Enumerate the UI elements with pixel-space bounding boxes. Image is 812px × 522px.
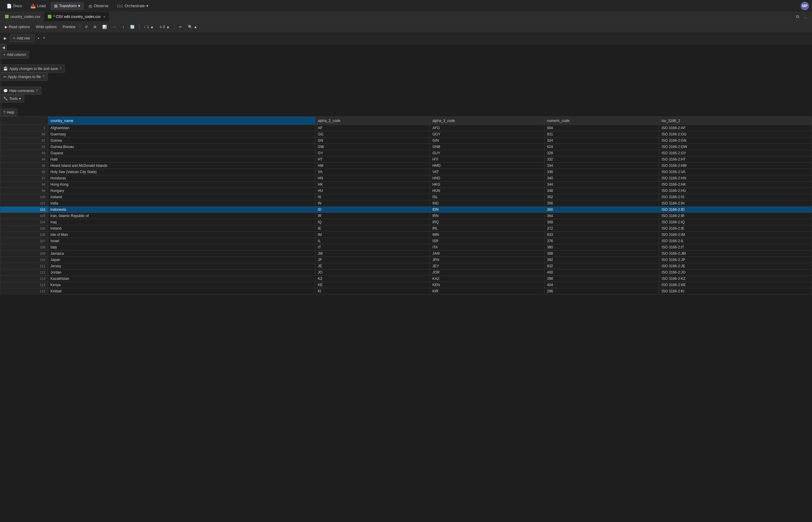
cell-country_name[interactable]: Israel (48, 238, 315, 244)
cell-alpha_3_code[interactable]: HND (430, 175, 544, 181)
cell-alpha_3_code[interactable]: KEN (430, 282, 544, 288)
table-row[interactable]: 90GuernseyGGGGY831ISO 3166-2:GG (0, 131, 812, 138)
table-row[interactable]: 96Holy See (Vatican City State)VAVAT336I… (0, 169, 812, 175)
table-row[interactable]: 108ItalyITITA380ISO 3166-2:IT (0, 244, 812, 250)
load-nav-btn[interactable]: 📥 Load (27, 2, 50, 10)
cell-numeric_code[interactable]: 344 (544, 181, 659, 188)
cell-alpha_3_code[interactable]: JOR (430, 269, 544, 276)
tab-csv-edit[interactable]: 🟩 * CSV edit country_codes.csv × (44, 12, 109, 21)
filter1-btn[interactable]: ⫶ 1 ▲ (141, 24, 156, 30)
cell-numeric_code[interactable]: 831 (544, 131, 659, 138)
chart-btn[interactable]: 📊 (100, 24, 109, 30)
cell-numeric_code[interactable]: 388 (544, 250, 659, 257)
cell-country_name[interactable]: Afghanistan (48, 125, 315, 131)
cell-iso_3166_2[interactable]: ISO 3166-2:AF (659, 125, 812, 131)
cell-alpha_3_code[interactable]: IMN (430, 232, 544, 238)
table-row[interactable]: 93GuyanaGYGUY328ISO 3166-2:GY (0, 150, 812, 156)
cell-numeric_code[interactable]: 833 (544, 232, 659, 238)
cell-alpha_3_code[interactable]: HTI (430, 156, 544, 163)
cell-numeric_code[interactable]: 332 (544, 156, 659, 163)
cell-alpha_2_code[interactable]: JP (315, 257, 430, 263)
transpose-btn[interactable]: ↔ (110, 24, 119, 30)
cell-alpha_3_code[interactable]: HKG (430, 181, 544, 188)
cell-alpha_3_code[interactable]: ISL (430, 194, 544, 200)
cell-country_name[interactable]: India (48, 200, 315, 206)
cell-alpha_3_code[interactable]: ISR (430, 238, 544, 244)
cell-alpha_3_code[interactable]: AFG (430, 125, 544, 131)
table-container[interactable]: country_name alpha_2_code alpha_3_code n… (0, 116, 812, 522)
cell-alpha_2_code[interactable]: IL (315, 238, 430, 244)
cell-numeric_code[interactable]: 368 (544, 219, 659, 225)
more-tabs-btn[interactable]: … (802, 14, 809, 20)
table-row[interactable]: 114KenyaKEKEN404ISO 3166-2:KE (0, 282, 812, 288)
cell-iso_3166_2[interactable]: ISO 3166-2:IR (659, 213, 812, 219)
table-row[interactable]: 110JapanJPJPN392ISO 3166-2:JP (0, 257, 812, 263)
cell-alpha_2_code[interactable]: GW (315, 144, 430, 150)
side-expand-btn[interactable]: ▶ (2, 35, 8, 41)
write-options-btn[interactable]: Write options (34, 24, 59, 30)
cell-iso_3166_2[interactable]: ISO 3166-2:GG (659, 131, 812, 138)
cell-numeric_code[interactable]: 624 (544, 144, 659, 150)
cell-alpha_2_code[interactable]: JM (315, 250, 430, 257)
col-header-alpha3[interactable]: alpha_3_code (430, 117, 544, 125)
cell-numeric_code[interactable]: 296 (544, 288, 659, 295)
cell-country_name[interactable]: Iran, Islamic Republic of (48, 213, 315, 219)
cell-alpha_2_code[interactable]: IQ (315, 219, 430, 225)
cell-alpha_2_code[interactable]: GY (315, 150, 430, 156)
cell-alpha_3_code[interactable]: GGY (430, 131, 544, 138)
cell-alpha_2_code[interactable]: IS (315, 194, 430, 200)
cell-alpha_2_code[interactable]: ID (315, 206, 430, 213)
hide-comments-btn[interactable]: 💬 Hide comments ? (0, 87, 41, 95)
cell-numeric_code[interactable]: 004 (544, 125, 659, 131)
table-row[interactable]: 101IndiaININD356ISO 3166-2:IN (0, 200, 812, 206)
cell-alpha_3_code[interactable]: KIR (430, 288, 544, 295)
add-row-btn[interactable]: + Add row (10, 34, 35, 42)
cell-numeric_code[interactable]: 324 (544, 138, 659, 144)
cell-iso_3166_2[interactable]: ISO 3166-2:JO (659, 269, 812, 276)
table-row[interactable]: 97HondurasHNHND340ISO 3166-2:HN (0, 175, 812, 181)
cell-iso_3166_2[interactable]: ISO 3166-2:JP (659, 257, 812, 263)
cell-alpha_3_code[interactable]: JEY (430, 263, 544, 269)
cut-btn[interactable]: ✂ (176, 24, 184, 30)
table-row[interactable]: 111JerseyJEJEY832ISO 3166-2:JE (0, 263, 812, 269)
observe-nav-btn[interactable]: ◎ Observe (85, 2, 112, 10)
table-row[interactable]: 107IsraelILISR376ISO 3166-2:IL (0, 238, 812, 244)
cell-country_name[interactable]: Kenya (48, 282, 315, 288)
table-row[interactable]: 113KazakhstanKZKAZ398ISO 3166-2:KZ (0, 276, 812, 282)
cell-alpha_3_code[interactable]: IDN (430, 206, 544, 213)
cell-iso_3166_2[interactable]: ISO 3166-2:IL (659, 238, 812, 244)
table-row[interactable]: 115KiribatiKIKIR296ISO 3166-2:KI (0, 288, 812, 295)
cell-numeric_code[interactable]: 348 (544, 188, 659, 194)
cell-alpha_2_code[interactable]: JE (315, 263, 430, 269)
cell-country_name[interactable]: Honduras (48, 175, 315, 181)
filter2-btn[interactable]: ≡ 0 ▲ (157, 24, 172, 30)
cell-iso_3166_2[interactable]: ISO 3166-2:HK (659, 181, 812, 188)
expand-col-btn[interactable]: ◀ (0, 44, 7, 51)
cell-alpha_3_code[interactable]: HMD (430, 163, 544, 169)
cell-country_name[interactable]: Hong Kong (48, 181, 315, 188)
cell-iso_3166_2[interactable]: ISO 3166-2:IM (659, 232, 812, 238)
cell-alpha_3_code[interactable]: VAT (430, 169, 544, 175)
cell-alpha_3_code[interactable]: IND (430, 200, 544, 206)
cell-numeric_code[interactable]: 398 (544, 276, 659, 282)
apply-save-help-icon[interactable]: ? (60, 66, 62, 71)
cell-alpha_2_code[interactable]: VA (315, 169, 430, 175)
cell-alpha_2_code[interactable]: GN (315, 138, 430, 144)
cell-iso_3166_2[interactable]: ISO 3166-2:KZ (659, 276, 812, 282)
cell-numeric_code[interactable]: 334 (544, 163, 659, 169)
cell-country_name[interactable]: Japan (48, 257, 315, 263)
cell-alpha_3_code[interactable]: GNB (430, 144, 544, 150)
table-row[interactable]: 112JordanJOJOR400ISO 3166-2:JO (0, 269, 812, 276)
tab2-close-btn[interactable]: × (103, 15, 105, 19)
cell-numeric_code[interactable]: 400 (544, 269, 659, 276)
table-row[interactable]: 100IcelandISISL352ISO 3166-2:IS (0, 194, 812, 200)
cell-alpha_3_code[interactable]: IRL (430, 225, 544, 232)
cell-numeric_code[interactable]: 336 (544, 169, 659, 175)
cell-iso_3166_2[interactable]: ISO 3166-2:ID (659, 206, 812, 213)
cell-iso_3166_2[interactable]: ISO 3166-2:HN (659, 175, 812, 181)
cell-country_name[interactable]: Jersey (48, 263, 315, 269)
cell-alpha_2_code[interactable]: AF (315, 125, 430, 131)
cell-alpha_3_code[interactable]: ITA (430, 244, 544, 250)
cell-iso_3166_2[interactable]: ISO 3166-2:HT (659, 156, 812, 163)
cell-country_name[interactable]: Guinea-Bissau (48, 144, 315, 150)
